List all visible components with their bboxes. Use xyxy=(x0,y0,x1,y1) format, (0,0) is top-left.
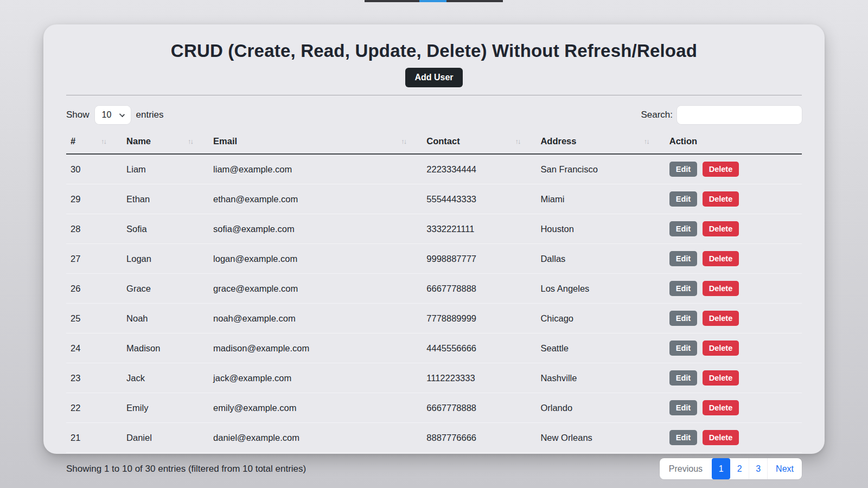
delete-button[interactable]: Delete xyxy=(703,251,739,266)
table-row: 23 Jack jack@example.com 1112223333 Nash… xyxy=(66,363,802,393)
cell-email: emily@example.com xyxy=(209,393,422,423)
search-label: Search: xyxy=(641,110,673,120)
pagination-next[interactable]: Next xyxy=(767,458,802,479)
cell-email: noah@example.com xyxy=(209,304,422,333)
cell-email: sofia@example.com xyxy=(209,214,422,244)
search-input[interactable] xyxy=(677,106,802,124)
cell-name: Jack xyxy=(122,363,209,393)
scrollbar-thumb[interactable] xyxy=(419,0,446,2)
delete-button[interactable]: Delete xyxy=(703,311,739,326)
cell-id: 28 xyxy=(66,214,122,244)
cell-name: Logan xyxy=(122,244,209,274)
cell-contact: 3332221111 xyxy=(422,214,536,244)
cell-address: Nashville xyxy=(536,363,665,393)
edit-button[interactable]: Edit xyxy=(669,251,697,266)
pagination: Previous 1 2 3 Next xyxy=(660,458,802,479)
column-header-id[interactable]: #↑↓ xyxy=(66,130,122,154)
cell-id: 30 xyxy=(66,154,122,184)
cell-contact: 9998887777 xyxy=(422,244,536,274)
edit-button[interactable]: Edit xyxy=(669,221,697,236)
cell-actions: Edit Delete xyxy=(665,423,802,453)
delete-button[interactable]: Delete xyxy=(703,370,739,386)
edit-button[interactable]: Edit xyxy=(669,281,697,296)
cell-actions: Edit Delete xyxy=(665,304,802,333)
cell-contact: 5554443333 xyxy=(422,184,536,214)
delete-button[interactable]: Delete xyxy=(703,400,739,415)
sort-icon[interactable]: ↑↓ xyxy=(101,137,106,145)
delete-button[interactable]: Delete xyxy=(703,341,739,356)
cell-actions: Edit Delete xyxy=(665,333,802,363)
delete-button[interactable]: Delete xyxy=(703,221,739,236)
table-header-row: #↑↓ Name↑↓ Email↑↓ Contact↑↓ Address↑↓ A… xyxy=(66,130,802,154)
column-header-contact[interactable]: Contact↑↓ xyxy=(422,130,536,154)
cell-id: 26 xyxy=(66,274,122,304)
column-header-address[interactable]: Address↑↓ xyxy=(536,130,665,154)
cell-actions: Edit Delete xyxy=(665,244,802,274)
table-row: 21 Daniel daniel@example.com 8887776666 … xyxy=(66,423,802,453)
delete-button[interactable]: Delete xyxy=(703,191,739,207)
cell-contact: 6667778888 xyxy=(422,393,536,423)
edit-button[interactable]: Edit xyxy=(669,341,697,356)
cell-name: Sofia xyxy=(122,214,209,244)
sort-icon[interactable]: ↑↓ xyxy=(401,137,406,145)
cell-address: Houston xyxy=(536,214,665,244)
cell-id: 23 xyxy=(66,363,122,393)
cell-name: Madison xyxy=(122,333,209,363)
pagination-previous[interactable]: Previous xyxy=(660,458,712,479)
top-scrollbar-fragment xyxy=(365,0,503,2)
cell-id: 25 xyxy=(66,304,122,333)
cell-name: Daniel xyxy=(122,423,209,453)
delete-button[interactable]: Delete xyxy=(703,430,739,445)
cell-contact: 1112223333 xyxy=(422,363,536,393)
pagination-page-3[interactable]: 3 xyxy=(749,458,767,479)
delete-button[interactable]: Delete xyxy=(703,162,739,177)
cell-address: Dallas xyxy=(536,244,665,274)
cell-address: Los Angeles xyxy=(536,274,665,304)
edit-button[interactable]: Edit xyxy=(669,311,697,326)
cell-contact: 6667778888 xyxy=(422,274,536,304)
cell-contact: 7778889999 xyxy=(422,304,536,333)
table-row: 24 Madison madison@example.com 444555666… xyxy=(66,333,802,363)
cell-name: Noah xyxy=(122,304,209,333)
table-row: 25 Noah noah@example.com 7778889999 Chic… xyxy=(66,304,802,333)
show-label: Show xyxy=(66,110,90,120)
table-controls: Show 10 entries Search: xyxy=(66,106,802,124)
sort-icon[interactable]: ↑↓ xyxy=(188,137,193,145)
users-table: #↑↓ Name↑↓ Email↑↓ Contact↑↓ Address↑↓ A… xyxy=(66,130,802,453)
column-header-action: Action xyxy=(665,130,802,154)
cell-email: daniel@example.com xyxy=(209,423,422,453)
pagination-page-1[interactable]: 1 xyxy=(712,458,730,479)
edit-button[interactable]: Edit xyxy=(669,162,697,177)
cell-email: grace@example.com xyxy=(209,274,422,304)
pagination-page-2[interactable]: 2 xyxy=(730,458,749,479)
header-divider xyxy=(66,95,802,95)
table-footer: Showing 1 to 10 of 30 entries (filtered … xyxy=(66,458,802,479)
cell-id: 24 xyxy=(66,333,122,363)
cell-email: madison@example.com xyxy=(209,333,422,363)
sort-icon[interactable]: ↑↓ xyxy=(515,137,520,145)
sort-icon[interactable]: ↑↓ xyxy=(644,137,649,145)
table-row: 29 Ethan ethan@example.com 5554443333 Mi… xyxy=(66,184,802,214)
cell-contact: 4445556666 xyxy=(422,333,536,363)
entries-summary: Showing 1 to 10 of 30 entries (filtered … xyxy=(66,464,306,474)
add-user-row: Add User xyxy=(66,68,802,87)
edit-button[interactable]: Edit xyxy=(669,430,697,445)
cell-email: ethan@example.com xyxy=(209,184,422,214)
cell-email: jack@example.com xyxy=(209,363,422,393)
edit-button[interactable]: Edit xyxy=(669,400,697,415)
column-header-name[interactable]: Name↑↓ xyxy=(122,130,209,154)
column-header-email[interactable]: Email↑↓ xyxy=(209,130,422,154)
entries-label: entries xyxy=(136,110,164,120)
edit-button[interactable]: Edit xyxy=(669,191,697,207)
add-user-button[interactable]: Add User xyxy=(405,68,462,87)
cell-id: 22 xyxy=(66,393,122,423)
edit-button[interactable]: Edit xyxy=(669,370,697,386)
page-size-value: 10 xyxy=(102,110,112,120)
cell-actions: Edit Delete xyxy=(665,393,802,423)
table-row: 30 Liam liam@example.com 2223334444 San … xyxy=(66,154,802,184)
cell-contact: 2223334444 xyxy=(422,154,536,184)
delete-button[interactable]: Delete xyxy=(703,281,739,296)
page-size-select[interactable]: 10 xyxy=(95,106,131,124)
cell-address: Chicago xyxy=(536,304,665,333)
cell-address: Orlando xyxy=(536,393,665,423)
